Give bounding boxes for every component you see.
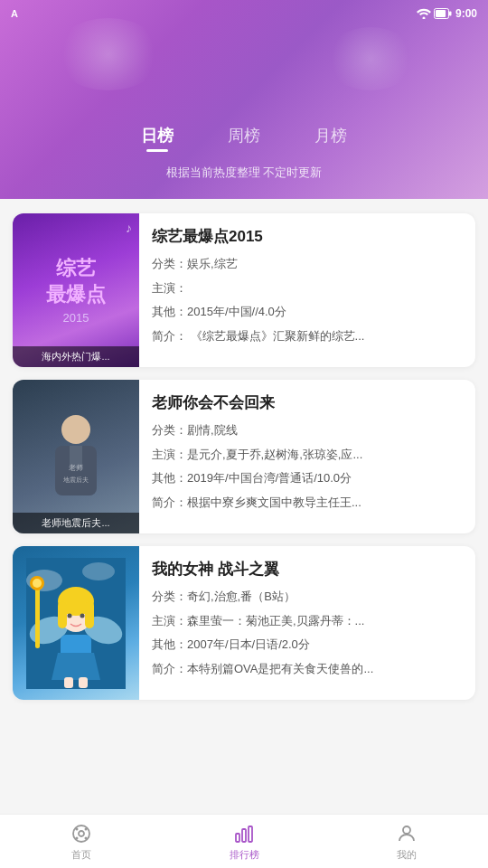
person-svg: 老师 地震后夫 bbox=[44, 411, 108, 502]
svg-point-31 bbox=[76, 836, 79, 839]
status-bar: A 9:00 bbox=[0, 0, 488, 27]
svg-rect-35 bbox=[249, 826, 252, 842]
svg-rect-17 bbox=[58, 601, 67, 628]
teacher-figure-icon: 老师 地震后夫 bbox=[44, 416, 108, 497]
anime-svg bbox=[26, 558, 126, 689]
card-other-1: 其他：2015年/中国//4.0分 bbox=[152, 303, 463, 321]
thumb-badge-2: 老师地震后夫... bbox=[13, 513, 139, 533]
hero-header: A 9:00 日榜 周榜 月榜 根据当前热度 bbox=[0, 0, 488, 199]
card-title-2: 老师你会不会回来 bbox=[152, 392, 463, 413]
thumb-year: 2015 bbox=[63, 311, 89, 325]
thumb-badge-1: 海内外热门爆... bbox=[13, 346, 139, 367]
status-app-icon: A bbox=[11, 8, 18, 19]
list-item[interactable]: 老师 地震后夫 老师地震后夫... 老师你会不会回来 分类：剧情,院线 主演：是… bbox=[13, 380, 475, 533]
svg-rect-19 bbox=[35, 585, 40, 648]
bottom-nav: 首页 排行榜 我的 bbox=[0, 814, 488, 868]
svg-rect-25 bbox=[64, 677, 73, 688]
svg-rect-34 bbox=[242, 829, 246, 842]
thumb-bg-1: 综艺 最爆点 2015 ♪ bbox=[13, 213, 139, 367]
status-time: 9:00 bbox=[455, 7, 477, 20]
card-other-3: 其他：2007年/日本/日语/2.0分 bbox=[152, 636, 463, 654]
status-icons bbox=[417, 8, 452, 19]
svg-point-4 bbox=[61, 415, 90, 444]
svg-text:地震后夫: 地震后夫 bbox=[62, 476, 89, 483]
card-cast-2: 主演：是元介,夏于乔,赵树海,张琼姿,应... bbox=[152, 446, 463, 464]
nav-spacer bbox=[13, 712, 475, 778]
card-desc-2: 简介：根据中寮乡爽文国中教导主任王... bbox=[152, 494, 463, 512]
svg-point-27 bbox=[73, 826, 89, 842]
svg-point-11 bbox=[82, 562, 115, 580]
list-item[interactable]: 我的女神 战斗之翼 分类：奇幻,治愈,番（B站） 主演：森里萤一：菊池正美,贝露… bbox=[13, 546, 475, 700]
subtitle: 根据当前热度整理 不定时更新 bbox=[166, 165, 323, 181]
svg-rect-26 bbox=[79, 677, 88, 688]
card-info-2: 老师你会不会回来 分类：剧情,院线 主演：是元介,夏于乔,赵树海,张琼姿,应..… bbox=[139, 380, 475, 533]
card-category-3: 分类：奇幻,治愈,番（B站） bbox=[152, 588, 463, 606]
home-icon bbox=[70, 822, 93, 845]
content-list: 综艺 最爆点 2015 ♪ 海内外热门爆... 综艺最爆点2015 分类：娱乐,… bbox=[0, 199, 488, 792]
card-thumbnail-2: 老师 地震后夫 老师地震后夫... bbox=[13, 380, 139, 533]
card-desc-3: 简介：本特别篇OVA是把有关食天使兽的... bbox=[152, 660, 463, 678]
card-cast-3: 主演：森里萤一：菊池正美,贝露丹蒂：... bbox=[152, 612, 463, 630]
card-thumbnail-1: 综艺 最爆点 2015 ♪ 海内外热门爆... bbox=[13, 213, 139, 367]
profile-icon bbox=[395, 822, 418, 845]
tab-daily[interactable]: 日榜 bbox=[141, 125, 174, 152]
svg-point-29 bbox=[76, 827, 79, 830]
svg-point-32 bbox=[85, 836, 88, 839]
nav-profile-label: 我的 bbox=[397, 848, 417, 862]
svg-text:老师: 老师 bbox=[69, 464, 83, 472]
nav-ranking[interactable]: 排行榜 bbox=[163, 822, 325, 862]
wifi-icon bbox=[417, 8, 431, 19]
card-category-2: 分类：剧情,院线 bbox=[152, 421, 463, 439]
thumb-bg-3 bbox=[13, 546, 139, 700]
svg-point-28 bbox=[79, 831, 84, 836]
svg-point-21 bbox=[33, 579, 42, 588]
svg-rect-3 bbox=[449, 12, 452, 16]
tab-monthly[interactable]: 月榜 bbox=[314, 125, 347, 152]
card-other-2: 其他：2019年/中国台湾/普通话/10.0分 bbox=[152, 469, 463, 487]
thumb-title-line1: 综艺 bbox=[49, 256, 103, 282]
card-category-1: 分类：娱乐,综艺 bbox=[152, 255, 463, 273]
svg-rect-33 bbox=[236, 834, 239, 842]
svg-point-36 bbox=[403, 826, 410, 834]
card-thumbnail-3 bbox=[13, 546, 139, 700]
svg-marker-24 bbox=[52, 653, 100, 680]
svg-rect-2 bbox=[436, 10, 446, 17]
svg-point-30 bbox=[85, 827, 88, 830]
nav-home[interactable]: 首页 bbox=[0, 822, 163, 862]
thumb-title-line2: 最爆点 bbox=[39, 282, 113, 308]
svg-rect-18 bbox=[85, 601, 94, 628]
svg-point-0 bbox=[422, 17, 425, 20]
svg-point-22 bbox=[68, 613, 72, 618]
nav-profile[interactable]: 我的 bbox=[325, 822, 488, 862]
svg-point-23 bbox=[80, 613, 85, 618]
card-cast-1: 主演： bbox=[152, 279, 463, 297]
card-info-3: 我的女神 战斗之翼 分类：奇幻,治愈,番（B站） 主演：森里萤一：菊池正美,贝露… bbox=[139, 546, 475, 700]
nav-ranking-label: 排行榜 bbox=[230, 848, 259, 862]
card-title-3: 我的女神 战斗之翼 bbox=[152, 559, 463, 580]
card-desc-1: 简介： 《综艺最爆点》汇聚新鲜的综艺... bbox=[152, 327, 463, 345]
status-right: 9:00 bbox=[417, 7, 477, 20]
ranking-icon bbox=[232, 822, 256, 845]
thumb-bg-2: 老师 地震后夫 bbox=[13, 380, 139, 533]
battery-icon bbox=[434, 8, 452, 19]
list-item[interactable]: 综艺 最爆点 2015 ♪ 海内外热门爆... 综艺最爆点2015 分类：娱乐,… bbox=[13, 213, 475, 367]
tab-bar: 日榜 周榜 月榜 bbox=[141, 125, 347, 152]
tab-weekly[interactable]: 周榜 bbox=[228, 125, 260, 152]
card-title-1: 综艺最爆点2015 bbox=[152, 226, 463, 247]
card-info-1: 综艺最爆点2015 分类：娱乐,综艺 主演： 其他：2015年/中国//4.0分… bbox=[139, 213, 475, 367]
nav-home-label: 首页 bbox=[71, 848, 91, 862]
music-note-icon: ♪ bbox=[126, 221, 132, 235]
